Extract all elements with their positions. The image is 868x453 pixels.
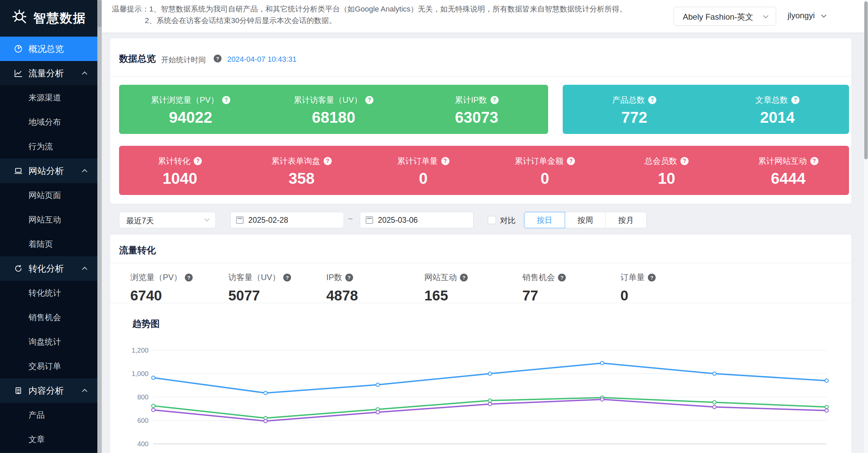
site-selector-dropdown[interactable]: Abely Fashion-英文 xyxy=(674,7,776,26)
stat-label: 累计访客量（UV） xyxy=(294,95,362,105)
date-range-preset-select[interactable]: 最近7天 xyxy=(119,212,216,228)
sidebar-item-label: 内容分析 xyxy=(28,385,64,397)
laptop-icon xyxy=(14,166,23,176)
date-from-value: 2025-02-28 xyxy=(248,216,288,225)
help-icon[interactable]: ? xyxy=(365,96,373,104)
help-icon[interactable]: ? xyxy=(194,157,202,165)
metric-label: 销售机会 xyxy=(522,272,555,283)
metric-label: 订单量 xyxy=(620,272,645,283)
help-icon[interactable]: ? xyxy=(567,157,575,165)
metric-uv: 访客量（UV）? 5077 xyxy=(228,272,326,304)
stat-value: 0 xyxy=(541,169,549,188)
help-icon[interactable]: ? xyxy=(222,96,230,104)
stat-value: 10 xyxy=(658,169,675,188)
stat-value: 6444 xyxy=(771,169,806,188)
sidebar-scrollbar-thumb[interactable] xyxy=(98,0,101,27)
compare-label: 对比 xyxy=(500,215,516,226)
sidebar-item-content-analysis[interactable]: 内容分析 xyxy=(0,378,97,403)
sidebar-submenu-content: 产品 文章 xyxy=(0,403,97,452)
stat-total-members: 总会员数? 10 xyxy=(606,146,728,195)
stat-value: 1040 xyxy=(162,169,197,188)
sidebar-item-region-distribution[interactable]: 地域分布 xyxy=(0,110,97,134)
sidebar-item-source-channels[interactable]: 来源渠道 xyxy=(0,85,97,110)
help-icon[interactable]: ? xyxy=(810,157,818,165)
sidebar-item-products[interactable]: 产品 xyxy=(0,403,97,427)
help-icon[interactable]: ? xyxy=(680,157,689,165)
stat-label: 累计网站互动 xyxy=(758,156,807,166)
date-separator: ~ xyxy=(348,214,353,224)
help-icon[interactable]: ? xyxy=(460,274,468,281)
help-icon[interactable]: ? xyxy=(648,274,656,281)
metric-sales-opportunities: 销售机会? 77 xyxy=(522,272,620,304)
help-icon[interactable]: ? xyxy=(558,274,566,281)
help-icon[interactable]: ? xyxy=(441,157,449,165)
tips-line-1: 温馨提示：1、智慧数据系统为我司自研产品，和其它统计分析类平台（如Google … xyxy=(112,4,627,14)
stat-value: 63073 xyxy=(455,108,498,126)
start-time-value[interactable]: 2024-04-07 10:43:31 xyxy=(227,55,296,64)
stat-label: 累计浏览量（PV） xyxy=(151,95,219,105)
sidebar-item-conversion-analysis[interactable]: 转化分析 xyxy=(0,256,97,281)
metric-label: 网站互动 xyxy=(424,272,457,283)
chevron-up-icon xyxy=(82,267,88,272)
sidebar-item-inquiry-stats[interactable]: 询盘统计 xyxy=(0,330,97,354)
traffic-conversion-card: 流量转化 浏览量（PV）? 6740 访客量（UV）? 5077 IP数? 48… xyxy=(110,235,851,453)
metric-pv: 浏览量（PV）? 6740 xyxy=(130,272,228,304)
sidebar-item-traffic-analysis[interactable]: 流量分析 xyxy=(0,61,97,85)
help-icon[interactable]: ? xyxy=(324,157,332,165)
sidebar-scrollbar[interactable] xyxy=(97,0,102,453)
help-icon[interactable]: ? xyxy=(490,96,499,104)
stat-value: 772 xyxy=(621,108,648,126)
trend-chart-title: 趋势图 xyxy=(132,318,160,330)
sidebar-item-trade-orders[interactable]: 交易订单 xyxy=(0,354,97,378)
help-icon[interactable]: ? xyxy=(648,96,656,104)
app-logo: 智慧数据 xyxy=(0,0,97,37)
stat-label: 累计订单金额 xyxy=(515,156,563,166)
svg-text:1,000: 1,000 xyxy=(132,370,149,377)
svg-text:1,200: 1,200 xyxy=(132,347,149,354)
metric-value: 165 xyxy=(424,288,522,304)
sidebar-item-label: 概况总览 xyxy=(28,43,64,55)
divider xyxy=(110,76,851,77)
stat-total-uv: 累计访客量（UV）? 68180 xyxy=(262,85,405,134)
stat-total-articles: 文章总数? 2014 xyxy=(706,85,849,134)
stat-label: 累计转化 xyxy=(158,156,190,166)
window-scrollbar-thumb[interactable] xyxy=(864,1,868,159)
metric-ip: IP数? 4878 xyxy=(326,272,424,304)
help-icon[interactable]: ? xyxy=(214,55,221,62)
username: jlyongyi xyxy=(788,11,815,20)
range-select-value: 最近7天 xyxy=(126,216,154,226)
sidebar-item-overview[interactable]: 概况总览 xyxy=(0,37,97,61)
date-to-input[interactable]: 2025-03-06 xyxy=(360,212,474,228)
stat-value: 358 xyxy=(289,169,315,188)
sidebar-item-website-interaction[interactable]: 网站互动 xyxy=(0,208,97,232)
user-menu[interactable]: jlyongyi xyxy=(788,11,826,20)
top-header: 温馨提示：1、智慧数据系统为我司自研产品，和其它统计分析类平台（如Google … xyxy=(102,0,868,33)
sidebar-item-website-analysis[interactable]: 网站分析 xyxy=(0,159,97,183)
date-from-input[interactable]: 2025-02-28 xyxy=(230,212,344,228)
teal-stat-band: 产品总数? 772 文章总数? 2014 xyxy=(563,85,849,134)
overview-title: 数据总览 xyxy=(119,53,156,65)
window-scrollbar[interactable] xyxy=(864,0,868,453)
metric-orders: 订单量? 0 xyxy=(620,272,718,304)
granularity-monthly-button[interactable]: 按月 xyxy=(605,212,647,228)
help-icon[interactable]: ? xyxy=(283,274,291,281)
granularity-weekly-button[interactable]: 按周 xyxy=(565,212,606,228)
stat-label: 累计IP数 xyxy=(455,95,487,105)
chevron-up-icon xyxy=(82,72,88,77)
metric-value: 5077 xyxy=(228,288,326,304)
help-icon[interactable]: ? xyxy=(185,274,193,281)
sidebar-item-behavior-flow[interactable]: 行为流 xyxy=(0,134,97,159)
sidebar-item-conversion-stats[interactable]: 转化统计 xyxy=(0,281,97,305)
sidebar-item-landing-page[interactable]: 着陆页 xyxy=(0,232,97,256)
tips-line-2: 2、系统会在访客会话结束30分钟后显示本次会话的数据。 xyxy=(145,16,336,26)
document-icon xyxy=(14,386,23,395)
help-icon[interactable]: ? xyxy=(345,274,353,281)
dashboard-page: 智慧数据 概况总览 流量分析 来源渠道 地域分布 行为流 xyxy=(0,0,868,453)
granularity-daily-button[interactable]: 按日 xyxy=(524,212,565,228)
sidebar-item-label: 流量分析 xyxy=(28,67,64,79)
sidebar-item-website-pages[interactable]: 网站页面 xyxy=(0,183,97,208)
help-icon[interactable]: ? xyxy=(791,96,799,104)
compare-checkbox[interactable] xyxy=(488,216,496,224)
sidebar-item-sales-opportunities[interactable]: 销售机会 xyxy=(0,305,97,330)
sidebar-item-articles[interactable]: 文章 xyxy=(0,427,97,452)
